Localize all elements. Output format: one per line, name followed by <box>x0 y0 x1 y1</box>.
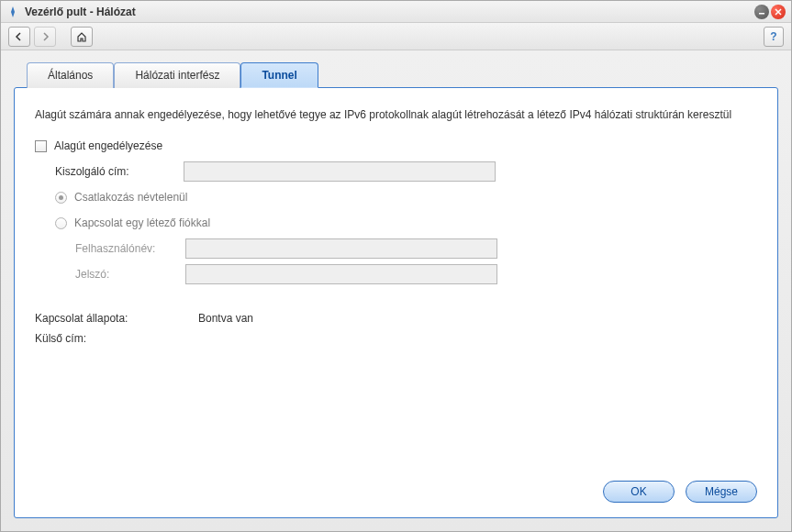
tab-general[interactable]: Általános <box>27 62 114 88</box>
connection-status-value: Bontva van <box>198 312 253 325</box>
connect-account-row: Kapcsolat egy létező fiókkal <box>35 213 757 233</box>
connect-anon-radio[interactable] <box>55 192 67 204</box>
minimize-button[interactable] <box>754 5 769 19</box>
username-label: Felhasználónév: <box>75 242 185 255</box>
toolbar: ? <box>1 23 791 50</box>
app-icon <box>6 6 19 18</box>
status-block: Kapcsolat állapota: Bontva van Külső cím… <box>35 312 757 352</box>
content-area: Általános Hálózati interfész Tunnel Alag… <box>1 50 791 531</box>
connect-account-radio[interactable] <box>55 217 67 229</box>
external-address-label: Külső cím: <box>35 332 198 345</box>
titlebar: Vezérlő pult - Hálózat <box>1 1 791 23</box>
password-row: Jelszó: <box>35 264 757 284</box>
help-button[interactable]: ? <box>764 27 784 47</box>
tab-network-interface[interactable]: Hálózati interfész <box>114 62 240 88</box>
connect-account-label: Kapcsolat egy létező fiókkal <box>74 216 210 229</box>
connection-status-row: Kapcsolat állapota: Bontva van <box>35 312 757 325</box>
cancel-button[interactable]: Mégse <box>686 481 757 503</box>
close-button[interactable] <box>771 5 786 19</box>
back-button[interactable] <box>8 27 30 47</box>
server-address-row: Kiszolgáló cím: <box>35 161 757 182</box>
ok-button[interactable]: OK <box>603 481 675 503</box>
enable-tunnel-checkbox[interactable] <box>35 140 47 152</box>
username-input[interactable] <box>185 238 497 259</box>
home-button[interactable] <box>71 27 93 47</box>
svg-rect-0 <box>759 13 764 15</box>
window-title: Vezérlő pult - Hálózat <box>25 6 754 18</box>
connect-anon-row: Csatlakozás névtelenül <box>35 187 757 207</box>
tab-bar: Általános Hálózati interfész Tunnel <box>27 61 778 87</box>
enable-tunnel-row: Alagút engedélyezése <box>35 136 757 156</box>
password-input[interactable] <box>185 264 497 284</box>
tunnel-panel: Alagút számára annak engedélyezése, hogy… <box>14 87 778 518</box>
control-panel-window: Vezérlő pult - Hálózat ? Általános Hálóz… <box>0 0 792 532</box>
window-controls <box>754 5 786 19</box>
server-address-input[interactable] <box>184 161 496 182</box>
tab-tunnel[interactable]: Tunnel <box>240 62 318 88</box>
server-address-label: Kiszolgáló cím: <box>55 165 184 178</box>
enable-tunnel-label: Alagút engedélyezése <box>54 139 162 152</box>
external-address-row: Külső cím: <box>35 332 757 345</box>
connect-anon-label: Csatlakozás névtelenül <box>74 191 187 204</box>
username-row: Felhasználónév: <box>35 238 757 259</box>
forward-button[interactable] <box>34 27 56 47</box>
tunnel-description: Alagút számára annak engedélyezése, hogy… <box>35 106 757 123</box>
password-label: Jelszó: <box>75 268 185 281</box>
dialog-buttons: OK Mégse <box>35 470 757 503</box>
connection-status-label: Kapcsolat állapota: <box>35 312 198 325</box>
